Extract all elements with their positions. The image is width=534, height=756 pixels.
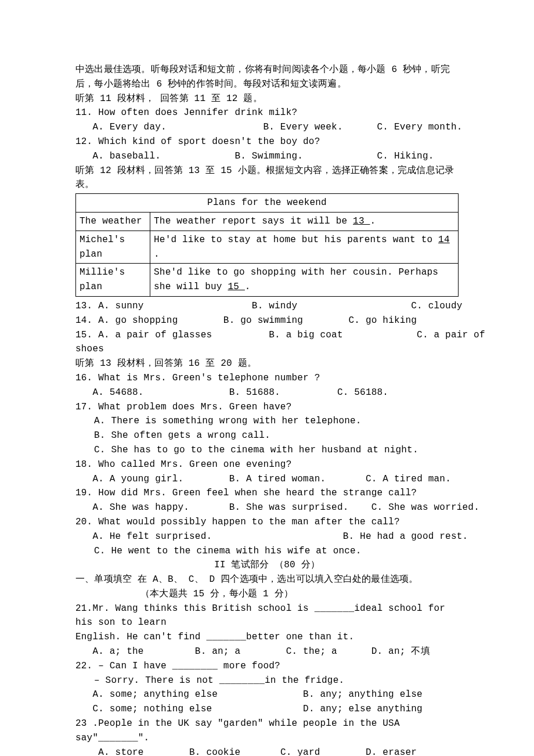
q21-options: A. a; the B. an; a C. the; a D. an; 不填 <box>75 645 459 659</box>
q16-stem: 16. What is Mrs. Green's telephone numbe… <box>75 371 459 386</box>
table-r2c2: He'd like to stay at home but his parent… <box>150 231 459 264</box>
q23-opt-d: D. eraser <box>366 747 417 756</box>
q18-opt-b: B. A tired woman. <box>229 474 326 484</box>
table-r1c2a: The weather report says it will be <box>154 216 353 226</box>
q16-opt-c: C. 56188. <box>337 387 388 398</box>
q16-opt-a: A. 54688. <box>92 387 143 398</box>
part2-header: II 笔试部分 （80 分） <box>75 558 459 573</box>
q21-line2: English. He can't find _______better one… <box>75 630 459 645</box>
q23-stem: 23 .People in the UK say "garden" while … <box>75 717 459 746</box>
q18-options: A. A young girl. B. A tired woman. C. A … <box>75 472 459 487</box>
q23-options: A. store B. cookie C. yard D. eraser <box>75 746 459 756</box>
q11-opt-a: A. Every day. <box>92 122 166 132</box>
table-r1c2c: . <box>370 216 376 226</box>
q19-opt-b: B. She was surprised. <box>229 502 349 513</box>
q22-options-1: A. some; anything else B. any; anything … <box>75 687 459 702</box>
q19-opt-c: C. She was worried. <box>371 502 479 513</box>
q11-stem: 11. How often does Jennifer drink milk? <box>75 106 459 120</box>
table-r2c2a: He'd like to stay at home but his parent… <box>154 235 438 245</box>
q15-opt-b: B. a big coat <box>269 330 342 340</box>
q16-opt-b: B. 51688. <box>229 387 280 398</box>
q19-stem: 19. How did Mrs. Green feel when she hea… <box>75 486 459 501</box>
section1-title-b: （本大题共 15 分，每小题 1 分） <box>75 587 459 602</box>
q13-opt-a: 13. A. sunny <box>75 301 144 311</box>
q12-options: A. baseball. B. Swimming. C. Hiking. <box>75 149 459 164</box>
table-r3c2c: . <box>245 282 251 292</box>
q18-opt-c: C. A tired man. <box>366 474 451 484</box>
table-r1c2: The weather report says it will be 13 . <box>150 212 459 231</box>
q17-stem: 17. What problem does Mrs. Green have? <box>75 400 459 415</box>
q21-opt-a: A. a; the <box>92 646 143 657</box>
q11-options: A. Every day. B. Every week. C. Every mo… <box>75 120 459 135</box>
q14-opt-a: 14. A. go shopping <box>75 315 178 326</box>
q11-opt-b: B. Every week. <box>263 122 342 132</box>
segment-13-heading: 听第 13 段材料，回答第 16 至 20 题。 <box>75 357 459 371</box>
q17-opt-b: B. She often gets a wrong call. <box>75 429 459 443</box>
q20-opt-b: B. He had a good rest. <box>343 531 468 542</box>
blank-13: 13 <box>353 216 370 226</box>
q11-opt-c: C. Every month. <box>377 122 463 132</box>
q15-opt-a: 15. A. a pair of glasses <box>75 330 212 340</box>
table-r2c2c: . <box>154 249 160 260</box>
q21-opt-c: C. the; a <box>286 646 337 657</box>
q22-options-2: C. some; nothing else D. any; else anyth… <box>75 702 459 717</box>
q20-options-1: A. He felt surprised. B. He had a good r… <box>75 530 459 544</box>
q15-opt-c: C. a pair of <box>417 330 485 340</box>
table-r3c1: Millie's plan <box>76 264 150 297</box>
exam-page: 中选出最佳选项。听每段对话和短文前，你将有时间阅读各个小题，每小题 6 秒钟，听… <box>0 0 534 756</box>
q14-opt-c: C. go hiking <box>349 315 417 326</box>
q19-options: A. She was happy. B. She was surprised. … <box>75 501 459 515</box>
q16-options: A. 54688. B. 51688. C. 56188. <box>75 386 459 400</box>
q17-opt-c: C. She has to go to the cinema with her … <box>75 443 459 458</box>
segment-11-heading: 听第 11 段材料， 回答第 11 至 12 题。 <box>75 92 459 106</box>
q22-opt-b: B. any; anything else <box>303 689 423 700</box>
q13-opt-b: B. windy <box>252 301 297 311</box>
q12-opt-c: C. Hiking. <box>377 151 434 161</box>
q14-opt-b: B. go swimming <box>223 315 303 326</box>
q22-line2: – Sorry. There is not ________in the fri… <box>75 674 459 688</box>
q18-opt-a: A. A young girl. <box>92 474 183 484</box>
q21-opt-b: B. an; a <box>195 646 240 657</box>
q17-opt-a: A. There is something wrong with her tel… <box>75 414 459 429</box>
q22-opt-c: C. some; nothing else <box>92 704 212 714</box>
blank-14: 14 <box>438 235 450 245</box>
table-r2c1: Michel's plan <box>76 231 150 264</box>
intro-line-1: 中选出最佳选项。听每段对话和短文前，你将有时间阅读各个小题，每小题 6 秒钟，听… <box>75 63 459 77</box>
section1-title-a: 一、单项填空 在 A、B、 C、 D 四个选项中，选出可以填入空白处的最佳选项。 <box>75 573 459 587</box>
q22-opt-a: A. some; anything else <box>92 689 218 700</box>
q14-options: 14. A. go shopping B. go swimming C. go … <box>75 314 459 328</box>
q15-options: 15. A. a pair of glasses B. a big coat C… <box>75 328 459 343</box>
intro-line-2: 后，每小题将给出 6 秒钟的作答时间。每段对话和短文读两遍。 <box>75 77 459 92</box>
q18-stem: 18. Who called Mrs. Green one evening? <box>75 458 459 472</box>
blank-15: 15 <box>228 282 244 292</box>
q20-opt-a: A. He felt surprised. <box>92 531 212 542</box>
weekend-plan-table: Plans for the weekend The weather The we… <box>75 193 459 297</box>
q19-opt-a: A. She was happy. <box>92 502 189 513</box>
table-title: Plans for the weekend <box>76 194 459 213</box>
q20-opt-c: C. He went to the cinema with his wife a… <box>75 544 459 559</box>
q21-line1: 21.Mr. Wang thinks this British school i… <box>75 602 459 631</box>
q20-stem: 20. What would possibly happen to the ma… <box>75 515 459 530</box>
q12-opt-b: B. Swimming. <box>234 151 303 161</box>
q15-tail: shoes <box>75 342 459 357</box>
q12-opt-a: A. baseball. <box>92 151 161 161</box>
q23-opt-c: C. yard <box>280 747 320 756</box>
table-r3c2a: She'd like to go shopping with her cousi… <box>154 267 438 292</box>
q22-opt-d: D. any; else anything <box>303 704 423 714</box>
q13-options: 13. A. sunny B. windy C. cloudy <box>75 299 459 314</box>
segment-12-heading: 听第 12 段材料，回答第 13 至 15 小题。根据短文内容，选择正确答案，完… <box>75 164 459 193</box>
q13-opt-c: C. cloudy <box>411 301 462 311</box>
q23-opt-b: B. cookie <box>189 747 240 756</box>
q22-stem: 22. – Can I have ________ more food? <box>75 659 459 674</box>
q23-opt-a: A. store <box>98 747 143 756</box>
table-r1c1: The weather <box>76 212 150 231</box>
q12-stem: 12. Which kind of sport doesn't the boy … <box>75 135 459 149</box>
q21-opt-d: D. an; 不填 <box>371 646 430 657</box>
table-r3c2: She'd like to go shopping with her cousi… <box>150 264 459 297</box>
